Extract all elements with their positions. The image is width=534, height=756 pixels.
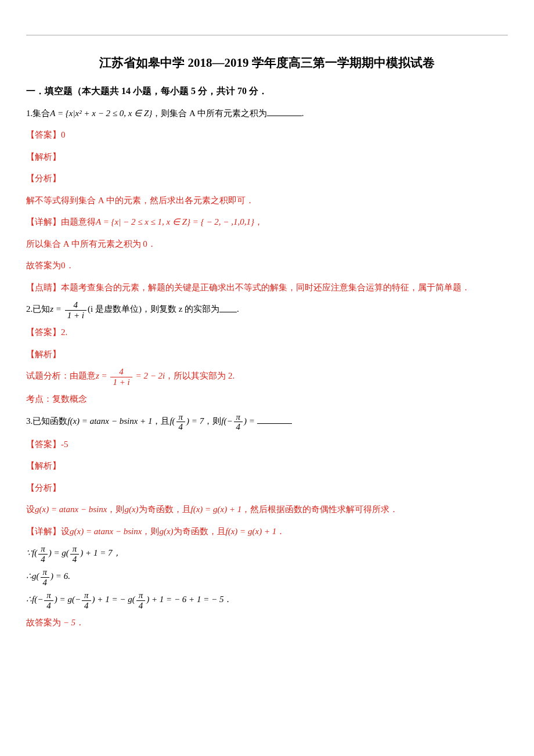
final-prefix: 故答案为: [26, 261, 61, 270]
q2-number: 2.: [26, 305, 33, 314]
paren: (: [132, 595, 135, 604]
final-prefix: 故答案为: [26, 618, 61, 627]
n: π: [82, 591, 91, 601]
q1-final-val: 0．: [61, 261, 74, 270]
q3-number: 3.: [26, 416, 33, 426]
q1-analysis: 解不等式得到集合 A 中的元素，然后求出各元素之积即可．: [26, 192, 508, 210]
q3-answer-val: -5: [61, 440, 68, 449]
q1-comment: 【点睛】本题考查集合的元素，解题的关键是正确求出不等式的解集，同时还应注意集合运…: [26, 279, 508, 297]
q3-analysis: 设g(x) = atanx − bsinx，则g(x)为奇函数，且f(x) = …: [26, 501, 508, 519]
eq7: = 7: [189, 416, 204, 426]
pi-den: 4: [176, 422, 186, 432]
q1-text-a: 集合: [33, 109, 50, 118]
q3-gx-odd: g(x): [124, 505, 138, 514]
pi4b: π4: [70, 544, 80, 564]
paren: (−: [72, 595, 81, 604]
q2-topic: 考点：复数概念: [26, 390, 508, 409]
therefore-f: ∴f: [26, 595, 34, 604]
q1-stem: 1.集合A = {x|x² + x − 2 ≤ 0, x ∈ Z}，则集合 A …: [26, 105, 508, 123]
q1-analyze-label: 【分析】: [26, 170, 508, 188]
q3-final-val: − 5．: [61, 618, 84, 627]
q1-detail-expr: A = {x| − 2 ≤ x ≤ 1, x ∈ Z} = { − 2, − ,…: [96, 217, 254, 226]
paren: (: [34, 549, 37, 558]
q1-detail-suffix: ，: [254, 217, 263, 226]
q3-an-d: ，然后根据函数的奇偶性求解可得所求．: [241, 505, 398, 514]
answer-label: 【答案】: [26, 130, 61, 139]
q3-an-a: 设: [26, 505, 35, 514]
pi4: π4: [38, 544, 48, 564]
q3-analyze-label: 【分析】: [26, 479, 508, 498]
section-heading: 一．填空题（本大题共 14 小题，每小题 5 分，共计 70 分．: [26, 81, 508, 101]
q3-an-c: 为奇函数，且: [139, 505, 191, 514]
q2-analysis-a: 试题分析：由题意: [26, 372, 96, 381]
q3-det-a: 设: [61, 527, 70, 536]
pi-den2: 4: [234, 422, 243, 432]
d: 4: [44, 601, 53, 611]
q1-answer: 【答案】0: [26, 126, 508, 145]
d: 4: [41, 578, 50, 588]
q3-fxgx2: f(x) = g(x) + 1: [226, 527, 277, 536]
q3-line3: ∴f(−π4) = g(−π4) + 1 = − g(π4) + 1 = − 6…: [26, 591, 508, 610]
q3-answer: 【答案】-5: [26, 435, 508, 454]
therefore-icon: ∴g: [26, 572, 37, 581]
doc-title: 江苏省如皋中学 2018—2019 学年度高三第一学期期中模拟试卷: [26, 50, 508, 75]
q3-text-a: 已知函数: [33, 416, 67, 426]
q1-answer-val: 0: [61, 130, 66, 139]
q3-det-d: ．: [276, 527, 285, 536]
eq-final: + 1 = − 6 + 1 = − 5: [149, 595, 223, 604]
q3-det-c: 为奇函数，且: [174, 527, 226, 536]
plus1-7: + 1 = 7，: [83, 549, 121, 558]
pi4e: π4: [82, 591, 91, 610]
topic-label: 考点：: [26, 394, 52, 404]
detail-label: 【详解】: [26, 527, 61, 536]
paren: (: [66, 549, 69, 558]
q2-answer-val: 2.: [61, 327, 67, 337]
eq-blank: =: [247, 416, 255, 426]
q3-gx: g(x) = atanx − bsinx: [35, 505, 107, 514]
q1-detail-b: 所以集合 A 中所有元素之积为 0．: [26, 235, 508, 254]
pi4f: π4: [136, 591, 146, 610]
q3-fx: f(x) = atanx − bsinx + 1: [67, 416, 152, 426]
q2-frac2-den: 1 + i: [110, 377, 132, 387]
comment-label: 【点睛】: [26, 283, 61, 292]
because-icon: ∵: [26, 549, 32, 558]
q2-analysis: 试题分析：由题意z = 4 1 + i = 2 − 2i，所以其实部为 2.: [26, 367, 508, 387]
q3-line2: ∴g(π4) = 6.: [26, 567, 508, 587]
paren-l: (: [172, 416, 175, 426]
q2-frac2: 4 1 + i: [110, 367, 132, 387]
q2-answer: 【答案】2.: [26, 323, 508, 342]
answer-label: 【答案】: [26, 327, 61, 337]
paren-l2: (−: [223, 416, 232, 426]
answer-label: 【答案】: [26, 440, 61, 449]
paren: (: [37, 572, 39, 581]
q3-gx2: g(x) = atanx − bsinx: [70, 527, 142, 536]
n: π: [70, 544, 80, 555]
q3-text-c: ，则: [204, 416, 221, 426]
q1-expr: A = {x|x² + x − 2 ≤ 0, x ∈ Z}: [50, 109, 152, 118]
q2-stem: 2.已知z = 4 1 + i (i 是虚数单位)，则复数 z 的实部为.: [26, 300, 508, 320]
q2-z: z =: [50, 305, 62, 314]
q1-detail-a: 由题意得: [61, 217, 96, 226]
period: ．: [223, 595, 232, 604]
q2-text-b: (i 是虚数单位)，则复数 z 的实部为: [88, 305, 219, 314]
q3-det-b: ，则: [142, 527, 159, 536]
q3-explain-label: 【解析】: [26, 457, 508, 476]
q3-text-b: ，且: [152, 416, 169, 426]
q3-line1: ∵f(π4) = g(π4) + 1 = 7，: [26, 544, 508, 564]
eq-g: = g: [52, 549, 66, 558]
d: 4: [38, 555, 48, 564]
q2-z2: z =: [96, 372, 107, 381]
pi4-frac2: π4: [234, 412, 243, 432]
blank: [219, 312, 237, 312]
q2-frac-den: 1 + i: [65, 311, 86, 321]
eq6: = 6.: [53, 572, 70, 581]
q2-analysis-b: ，所以其实部为 2.: [165, 372, 234, 381]
pi-num: π: [176, 412, 186, 423]
detail-label: 【详解】: [26, 217, 61, 226]
pi4-frac: π4: [176, 412, 186, 432]
q2-frac: 4 1 + i: [65, 300, 86, 320]
q2-analysis-expr: = 2 − 2i: [136, 372, 165, 381]
q1-final: 故答案为0．: [26, 257, 508, 275]
q3-stem: 3.已知函数f(x) = atanx − bsinx + 1，且f(π4) = …: [26, 412, 508, 432]
q2-explain-label: 【解析】: [26, 345, 508, 364]
